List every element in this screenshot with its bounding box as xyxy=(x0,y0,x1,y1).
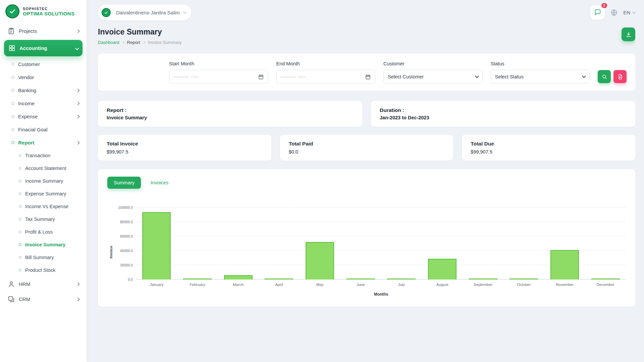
sidebar-item-hrm[interactable]: HRM xyxy=(3,277,83,292)
bar-may[interactable] xyxy=(306,242,334,280)
sidebar-item-customer[interactable]: Customer xyxy=(3,58,83,71)
sidebar-item-income-vs-expense[interactable]: Income Vs Expense xyxy=(3,200,83,213)
download-button[interactable] xyxy=(622,27,635,41)
customer-select[interactable]: Select Customer xyxy=(383,70,483,83)
start-month-field: Start Month -------- ---- xyxy=(169,61,268,83)
sidebar-item-label: Projects xyxy=(19,28,37,34)
bullet-icon xyxy=(11,128,14,131)
chevron-right-icon xyxy=(76,115,79,118)
sidebar-item-transaction[interactable]: Transaction xyxy=(3,149,83,162)
bar-chart: Invoice 0.020000.040000.060000.080000.01… xyxy=(107,207,626,297)
chart-tabs: Summary Invoices xyxy=(107,177,626,189)
bullet-icon xyxy=(19,180,21,182)
chevron-down-icon xyxy=(582,74,586,78)
sidebar-item-account-statement[interactable]: Account Statement xyxy=(3,162,83,175)
page-title: Invoice Summary xyxy=(98,27,181,37)
sidebar-item-label: Account Statement xyxy=(25,166,66,171)
calendar-icon xyxy=(258,74,264,80)
sidebar-item-report[interactable]: Report xyxy=(3,136,83,149)
sidebar-item-banking[interactable]: Banking xyxy=(3,84,83,97)
bar-column-february xyxy=(177,207,218,280)
bar-january[interactable] xyxy=(142,212,171,280)
sidebar-item-income-summary[interactable]: Income Summary xyxy=(3,175,83,187)
y-tick-label: 20000.0 xyxy=(120,263,133,267)
language-selector[interactable]: EN xyxy=(623,10,635,15)
breadcrumb-dashboard[interactable]: Dashboard xyxy=(98,40,119,45)
bullet-icon xyxy=(19,218,21,221)
bar-november[interactable] xyxy=(550,250,579,280)
bar-column-july xyxy=(381,207,422,280)
breadcrumb: Dashboard Report Invoice Summary xyxy=(98,40,181,45)
tab-invoices[interactable]: Invoices xyxy=(144,177,175,189)
sidebar-item-product-stock[interactable]: Product Stock xyxy=(3,264,83,277)
y-tick-label: 40000.0 xyxy=(120,249,133,253)
sidebar-item-label: Customer xyxy=(18,61,40,67)
messages-button[interactable]: 0 xyxy=(590,5,605,20)
report-label: Report : xyxy=(107,107,354,113)
sidebar-item-expense[interactable]: Expense xyxy=(3,110,83,123)
start-month-input[interactable]: -------- ---- xyxy=(169,70,268,83)
sidebar-item-finacial-goal[interactable]: Finacial Goal xyxy=(3,123,83,136)
tab-summary[interactable]: Summary xyxy=(107,177,141,189)
brand-logo[interactable]: SOPHISTEC OPTIMA SOLUTIONS xyxy=(0,0,87,23)
sidebar-menu: ProjectsAccountingCustomerVendorBankingI… xyxy=(0,23,87,362)
bullet-icon xyxy=(11,63,14,66)
sidebar-item-projects[interactable]: Projects xyxy=(3,23,83,39)
sidebar-item-profit-loss[interactable]: Profit & Loss xyxy=(3,226,83,238)
sidebar-item-label: Bill Summary xyxy=(25,255,54,260)
page-content: Invoice Summary Dashboard Report Invoice… xyxy=(98,25,635,362)
sidebar-item-tax-summary[interactable]: Tax Summary xyxy=(3,213,83,226)
brand-name-bottom: OPTIMA SOLUTIONS xyxy=(23,11,74,16)
sidebar-item-label: CRM xyxy=(19,296,30,302)
sidebar-item-label: Vendor xyxy=(18,74,34,80)
file-x-icon xyxy=(617,74,623,80)
bar-december[interactable] xyxy=(591,279,620,280)
bar-columns xyxy=(136,207,626,280)
sidebar: SOPHISTEC OPTIMA SOLUTIONS ProjectsAccou… xyxy=(0,0,87,362)
y-axis-ticks: 0.020000.040000.060000.080000.0100000.0 xyxy=(115,207,136,280)
bullet-icon xyxy=(19,231,21,233)
sidebar-item-income[interactable]: Income xyxy=(3,97,83,110)
search-button[interactable] xyxy=(598,70,611,83)
bar-column-august xyxy=(422,207,463,280)
sidebar-item-crm[interactable]: CRM xyxy=(3,292,83,307)
status-select[interactable]: Select Status xyxy=(491,70,590,83)
bar-february[interactable] xyxy=(183,279,212,280)
end-month-input[interactable]: -------- ---- xyxy=(276,70,376,83)
total-invoice-value: $99,907.5 xyxy=(107,149,263,155)
total-due-card: Total Due $99,907.5 xyxy=(462,135,635,161)
end-month-label: End Month xyxy=(276,61,376,66)
sidebar-item-label: Invoice Summary xyxy=(25,242,65,247)
header-actions: 0 EN xyxy=(590,5,635,20)
globe-icon[interactable] xyxy=(610,9,618,16)
bar-august[interactable] xyxy=(428,259,457,280)
sidebar-item-expense-summary[interactable]: Expense Summary xyxy=(3,187,83,200)
sidebar-item-label: Expense xyxy=(18,114,38,119)
filter-buttons xyxy=(598,70,627,83)
bar-column-april xyxy=(259,207,300,280)
bar-september[interactable] xyxy=(469,279,497,280)
bullet-icon xyxy=(19,154,21,157)
breadcrumb-report[interactable]: Report xyxy=(127,40,140,45)
sidebar-item-vendor[interactable]: Vendor xyxy=(3,71,83,84)
bullet-icon xyxy=(19,167,21,170)
bar-april[interactable] xyxy=(265,279,293,280)
sidebar-item-label: Report xyxy=(18,140,34,145)
sidebar-item-label: Income xyxy=(18,101,35,106)
sidebar-item-label: Accounting xyxy=(19,45,47,51)
duration-value: Jan-2023 to Dec-2023 xyxy=(380,115,627,120)
bullet-icon xyxy=(11,141,14,144)
sidebar-item-invoice-summary[interactable]: Invoice Summary xyxy=(3,238,83,251)
chevron-right-icon xyxy=(76,29,79,33)
clear-filter-button[interactable] xyxy=(613,70,627,83)
bar-march[interactable] xyxy=(224,275,253,280)
bar-july[interactable] xyxy=(387,279,416,280)
bar-june[interactable] xyxy=(346,279,375,280)
chevron-right-icon xyxy=(76,88,79,92)
user-menu[interactable]: Daivalentineno Janitra Salim xyxy=(98,5,191,20)
bar-october[interactable] xyxy=(509,279,538,280)
sidebar-item-accounting[interactable]: Accounting xyxy=(4,40,83,56)
sidebar-item-bill-summary[interactable]: Bill Summary xyxy=(3,251,83,264)
report-card: Report : Invoice Summary xyxy=(98,101,362,127)
main-area: Daivalentineno Janitra Salim 0 EN xyxy=(87,0,644,362)
